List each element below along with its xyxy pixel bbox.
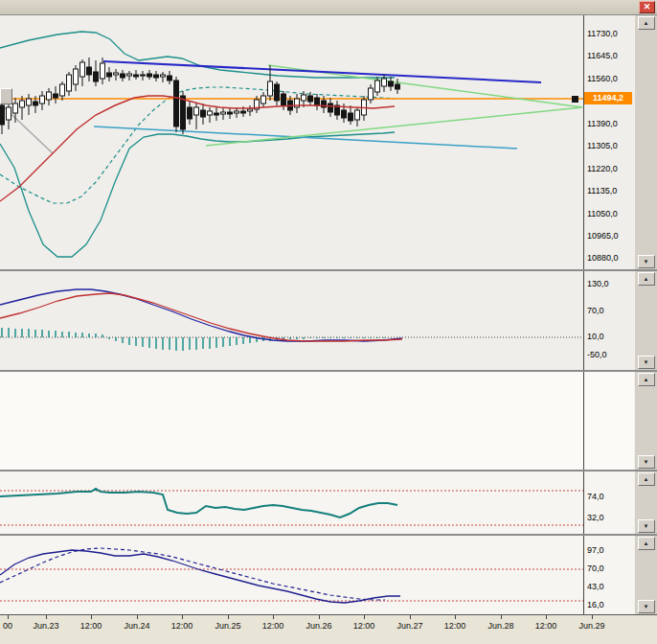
axis-tick-label: 11560,0 [587,74,618,83]
time-label: Jun.24 [124,621,149,631]
candle-body [241,111,246,113]
title-bar[interactable]: ✕ [0,0,657,15]
bollinger-lower [0,132,395,257]
candle-body [328,104,333,112]
oscillator1-scrollbar: ▲ ▼ [634,472,657,534]
macd-axis[interactable]: 130,070,010,0-50,0 [584,271,634,370]
candle-body [396,84,400,89]
candle-body [208,111,213,115]
time-label: 12:00 [353,621,375,631]
time-label: Jun.29 [578,621,604,631]
scroll-up-icon[interactable]: ▲ [638,537,655,550]
time-tick [46,615,47,619]
candle-body [80,62,85,77]
time-tick [91,615,92,619]
candle-body [342,110,347,118]
macd-panel-row: 130,070,010,0-50,0 ▲ ▼ [0,271,657,370]
time-label: 12:00 [171,621,193,631]
axis-tick-label: 11390,0 [587,119,618,128]
oscillator1-axis[interactable]: 74,032,0 [584,472,634,534]
empty-panel-row: ▲ ▼ [0,372,657,470]
candle-body [40,96,45,104]
time-label: 12:00 [80,621,102,631]
axis-tick-label: 16,0 [587,600,604,610]
axis-tick-label: 70,0 [587,564,604,573]
time-label: Jun.27 [396,621,422,631]
candle-body [282,94,286,105]
scroll-down-icon[interactable]: ▼ [638,356,655,369]
axis-tick-label: 11135,0 [587,186,617,196]
time-tick [182,615,183,619]
axis-tick-label: 11730,0 [587,29,618,38]
candle-body [60,84,65,96]
scroll-up-icon[interactable]: ▲ [638,373,655,386]
candle-body [215,113,219,115]
candle-body [114,73,119,75]
oscillator-line [0,489,397,518]
macd-chart-canvas[interactable] [0,271,584,370]
axis-tick-label: 74,0 [587,492,604,501]
time-label: 12:00 [444,621,466,631]
scroll-down-icon[interactable]: ▼ [638,255,655,268]
time-label: Jun.25 [215,621,240,631]
candle-body [248,109,253,111]
candle-body [194,107,199,115]
axis-tick-label: 130,0 [587,279,609,288]
time-tick [273,615,274,619]
price-chart-canvas[interactable] [0,15,584,269]
time-label: 12:00 [262,621,284,631]
time-label: Jun.28 [487,621,513,631]
axis-tick-label: 11305,0 [587,141,618,150]
empty-axis[interactable] [584,372,634,470]
candle-body [13,104,18,113]
candle-body [20,101,25,107]
candle-body [7,107,11,120]
oscillator1-chart-canvas[interactable] [0,472,584,534]
signal-line [0,293,402,341]
current-price-tag: 11494,2 [584,92,632,104]
oscillator2-panel-row: 97,070,043,016,0 ▲ ▼ [0,536,657,614]
candle-body [315,98,320,105]
empty-chart-canvas[interactable] [0,372,584,470]
candle-body [147,74,152,77]
time-tick [546,615,547,619]
time-label: 12:00 [535,621,557,631]
candle-body [134,75,139,77]
candle-body [121,74,125,78]
oscillator1-panel-row: 74,032,0 ▲ ▼ [0,472,657,534]
time-axis[interactable]: 00Jun.2312:00Jun.2412:00Jun.2512:00Jun.2… [0,614,657,644]
candle-body [107,73,112,77]
scroll-down-icon[interactable]: ▼ [638,600,655,613]
axis-tick-label: 10965,0 [587,231,619,241]
scroll-down-icon[interactable]: ▼ [638,519,655,533]
price-axis[interactable]: 11730,011645,011560,011390,011305,011220… [584,15,634,269]
axis-tick-label: 11645,0 [587,51,618,60]
scroll-up-icon[interactable]: ▲ [638,472,655,486]
axis-tick-label: 32,0 [587,513,604,522]
candle-body [188,107,193,119]
close-icon[interactable]: ✕ [639,1,655,13]
oscillator2-chart-canvas[interactable] [0,536,584,614]
time-tick [501,615,502,619]
candle-body [181,96,186,129]
candle-body [0,105,5,125]
scroll-up-icon[interactable]: ▲ [638,272,655,286]
price-panel-row: 11730,011645,011560,011390,011305,011220… [0,15,657,269]
scroll-up-icon[interactable]: ▲ [638,16,655,30]
candle-body [74,69,79,84]
empty-scrollbar: ▲ ▼ [634,372,657,470]
candle-body [275,84,280,101]
candle-body [235,111,239,113]
floating-handle[interactable] [0,88,12,104]
oscillator2-axis[interactable]: 97,070,043,016,0 [584,536,634,614]
candle-body [228,112,233,114]
price-scrollbar: ▲ ▼ [634,15,657,269]
candle-body [161,75,166,77]
scroll-down-icon[interactable]: ▼ [638,455,655,469]
candle-body [174,80,179,126]
time-tick [410,615,411,619]
time-tick [228,615,229,619]
axis-tick-label: -50,0 [587,350,607,359]
trading-app-window: ✕ 11730,011645,011560,011390,011305,0112… [0,0,657,644]
time-tick [8,615,9,619]
